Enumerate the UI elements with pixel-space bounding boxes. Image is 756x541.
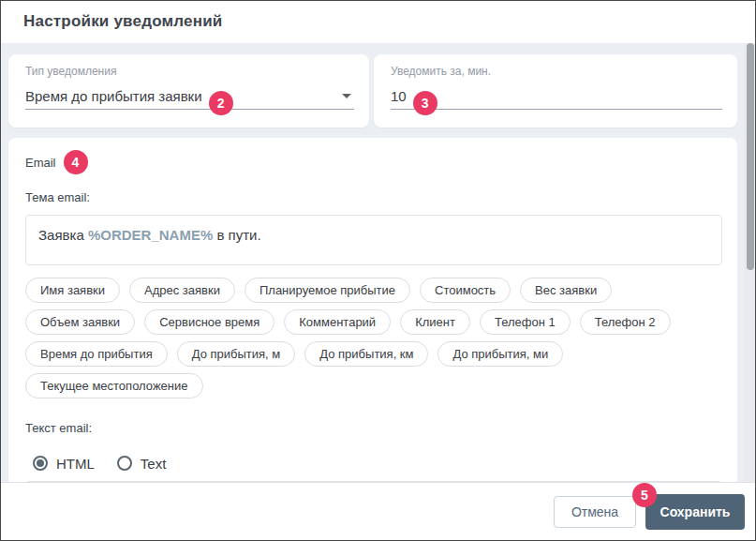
subject-variable-token: %ORDER_NAME% [88, 227, 213, 243]
save-button-label: Сохранить [660, 504, 731, 519]
email-variable-chip[interactable]: Имя заявки [25, 278, 120, 303]
email-subject-label: Тема email: [25, 190, 720, 204]
email-variable-chip[interactable]: Планируемое прибытие [245, 278, 410, 303]
email-variable-chip[interactable]: Комментарий [284, 309, 391, 335]
email-variable-chip[interactable]: До прибытия, ми [437, 341, 563, 367]
email-format-radio-group: HTML Text [33, 453, 720, 473]
step-badge-4: 4 [64, 150, 88, 174]
notify-minutes-input[interactable]: 10 3 [391, 83, 722, 110]
email-section-header: Email 4 [25, 149, 720, 175]
email-variable-chip[interactable]: Телефон 1 [480, 309, 571, 335]
radio-icon [33, 456, 48, 471]
dialog-title: Настройки уведомлений [23, 12, 222, 31]
radio-icon [117, 456, 132, 471]
notify-minutes-value: 10 [391, 88, 407, 104]
chevron-down-icon [342, 94, 351, 98]
email-variable-chip[interactable]: Сервисное время [144, 309, 274, 335]
email-variable-chip[interactable]: До прибытия, м [177, 341, 296, 367]
format-radio-html-label: HTML [56, 456, 95, 472]
email-variable-chip[interactable]: Адрес заявки [129, 278, 235, 303]
notification-type-select[interactable]: Время до прибытия заявки 2 [25, 83, 354, 110]
notification-type-label: Тип уведомления [25, 65, 354, 78]
notification-settings-dialog: Настройки уведомлений Тип уведомления Вр… [0, 0, 756, 541]
save-button[interactable]: Сохранить 5 [645, 494, 745, 530]
format-radio-html[interactable]: HTML [33, 456, 95, 472]
email-variable-chip[interactable]: Время до прибытия [25, 341, 168, 367]
dialog-footer: Отмена Сохранить 5 [1, 482, 755, 540]
notify-minutes-label: Уведомить за, мин. [391, 65, 722, 78]
notify-minutes-card: Уведомить за, мин. 10 3 [374, 54, 737, 128]
email-variable-chip[interactable]: Стоимость [420, 278, 511, 303]
email-subject-input[interactable]: Заявка %ORDER_NAME% в пути. [25, 215, 722, 265]
dialog-header: Настройки уведомлений [1, 1, 755, 43]
subject-text-prefix: Заявка [38, 227, 88, 243]
email-variable-chip[interactable]: Клиент [400, 309, 470, 335]
email-section-label: Email [25, 156, 56, 170]
step-badge-5: 5 [632, 483, 657, 507]
cancel-button[interactable]: Отмена [554, 496, 636, 528]
notification-type-value: Время до прибытия заявки [25, 88, 202, 104]
format-radio-text[interactable]: Text [117, 456, 167, 472]
format-radio-text-label: Text [141, 456, 167, 472]
email-variable-chip[interactable]: Телефон 2 [580, 309, 671, 335]
email-variable-chip[interactable]: Вес заявки [520, 278, 612, 303]
step-badge-2: 2 [209, 91, 233, 115]
email-section-card: Email 4 Тема email: Заявка %ORDER_NAME% … [8, 138, 737, 541]
email-variable-chip[interactable]: Объем заявки [25, 309, 135, 335]
email-variable-chips: Имя заявкиАдрес заявкиПланируемое прибыт… [25, 278, 726, 398]
email-variable-chip[interactable]: Текущее местоположение [25, 373, 203, 398]
subject-text-suffix: в пути. [213, 227, 260, 243]
notification-type-card: Тип уведомления Время до прибытия заявки… [8, 54, 369, 128]
step-badge-3: 3 [413, 91, 437, 115]
email-body-label: Текст email: [25, 421, 720, 435]
scrollbar-track[interactable] [744, 43, 755, 482]
scrollbar-thumb[interactable] [747, 43, 754, 270]
email-variable-chip[interactable]: До прибытия, км [304, 341, 428, 367]
